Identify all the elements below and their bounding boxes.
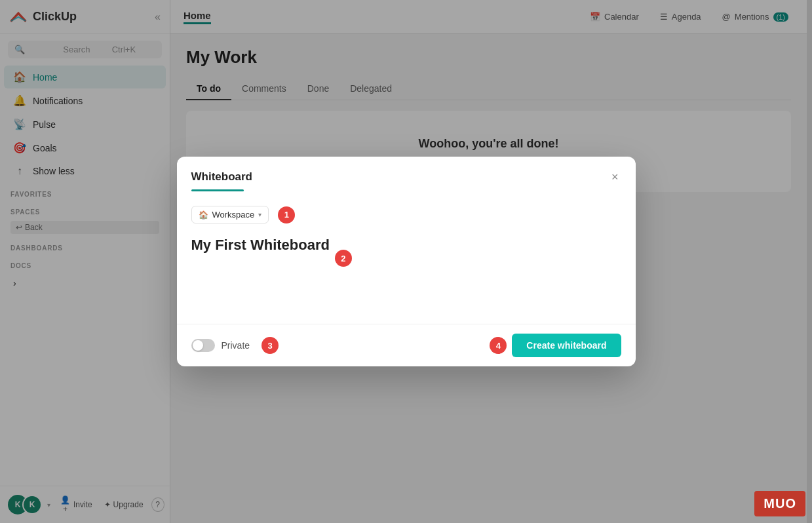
workspace-dropdown[interactable]: 🏠 Workspace ▾ [191, 206, 269, 223]
private-label: Private [222, 340, 250, 351]
whiteboard-name-text: My First Whiteboard [191, 237, 330, 254]
create-button-row: 4 Create whiteboard [484, 334, 621, 357]
workspace-home-icon: 🏠 [199, 210, 208, 220]
workspace-row: 🏠 Workspace ▾ 1 [191, 206, 621, 223]
private-toggle-switch[interactable] [191, 339, 215, 352]
step1-badge: 1 [278, 206, 295, 223]
modal-close-button[interactable]: × [609, 168, 621, 185]
create-whiteboard-button[interactable]: Create whiteboard [512, 334, 621, 357]
modal-body: 🏠 Workspace ▾ 1 My First Whiteboard 2 [177, 191, 636, 324]
modal-overlay: Whiteboard × 🏠 Workspace ▾ 1 My First Wh… [0, 0, 812, 523]
step3-badge: 3 [261, 337, 279, 354]
whiteboard-name-row: My First Whiteboard 2 [191, 223, 621, 293]
step4-badge: 4 [490, 337, 507, 354]
modal-header: Whiteboard × [177, 157, 636, 185]
modal-title: Whiteboard [191, 170, 253, 184]
whiteboard-modal: Whiteboard × 🏠 Workspace ▾ 1 My First Wh… [177, 157, 636, 366]
modal-footer: Private 3 4 Create whiteboard [177, 324, 636, 366]
workspace-chevron-icon: ▾ [258, 211, 261, 218]
private-toggle-row: Private 3 [191, 337, 279, 354]
workspace-label: Workspace [212, 210, 255, 220]
muo-watermark: MUO [754, 491, 805, 516]
toggle-knob [193, 340, 203, 351]
step2-badge: 2 [335, 250, 352, 267]
